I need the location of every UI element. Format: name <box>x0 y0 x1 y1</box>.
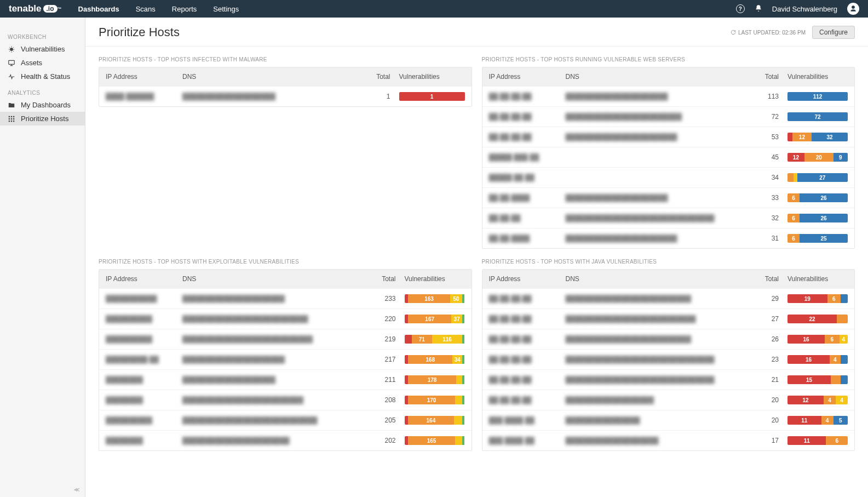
vuln-bar: 626 <box>787 214 848 222</box>
help-icon[interactable]: ? <box>736 4 745 13</box>
table-row[interactable]: ██.██.██.██████████████████████████████2… <box>482 309 855 329</box>
cell-vuln: 625 <box>787 234 848 243</box>
table-row[interactable]: ██.██.██.█████████████████████201244 <box>482 390 855 410</box>
table-row[interactable]: ██.██.██████████████████████████████████… <box>482 208 855 228</box>
folder-icon <box>8 101 15 109</box>
table-row[interactable]: █████████████████████████████████2331635… <box>99 288 472 309</box>
panel: PRIORITIZE HOSTS - TOP HOSTS WITH EXPLOI… <box>99 259 472 451</box>
cell-ip: ██.██.██.██ <box>489 93 566 100</box>
sidebar-item-health-status[interactable]: Health & Status <box>0 70 85 83</box>
table-row[interactable]: ██.██.██.███████████████████████████7272 <box>482 106 855 127</box>
cell-total: 26 <box>755 335 787 343</box>
panel-title: PRIORITIZE HOSTS - TOP HOSTS RUNNING VUL… <box>482 56 855 62</box>
cell-ip: ██████████ <box>106 315 182 323</box>
svg-rect-9 <box>11 120 12 121</box>
vuln-segment <box>837 315 848 323</box>
cell-ip: ███████████ <box>106 295 182 302</box>
cell-vuln: 626 <box>787 193 848 202</box>
table-row[interactable]: ████████████████████████████211178 <box>99 369 472 390</box>
cell-vuln: 178 <box>405 375 465 384</box>
vuln-segment: 6 <box>787 234 800 243</box>
table-row[interactable]: ██.██.██.███████████████████████████████… <box>482 369 855 390</box>
table-header: IP AddressDNSTotalVulnerabilities <box>482 270 855 288</box>
cell-vuln: 196 <box>787 294 848 303</box>
nav-reports[interactable]: Reports <box>172 5 197 13</box>
sidebar-item-my-dashboards[interactable]: My Dashboards <box>0 98 85 112</box>
table-row[interactable]: ██.██.██.█████████████████████████████26… <box>482 329 855 349</box>
table: IP AddressDNSTotalVulnerabilities███████… <box>99 269 472 451</box>
table-row[interactable]: █████████████████████████████████████220… <box>99 309 472 329</box>
cell-vuln: 16737 <box>405 315 465 323</box>
cell-total: 219 <box>372 335 405 343</box>
vuln-segment: 72 <box>787 112 848 121</box>
table-header: IP AddressDNSTotalVulnerabilities <box>99 67 472 86</box>
topbar: tenable.io™ Dashboards Scans Reports Set… <box>0 0 868 18</box>
sidebar-item-label: Health & Status <box>21 72 70 81</box>
vuln-segment <box>405 436 409 445</box>
table-row[interactable]: ███ ████ ██████████████████████17116 <box>482 430 855 450</box>
cell-vuln: 170 <box>405 396 465 404</box>
table-row[interactable]: ██.██.██████████████████████████33626 <box>482 187 855 208</box>
logo[interactable]: tenable.io™ <box>9 3 62 14</box>
vuln-bar: 164 <box>405 416 465 425</box>
vuln-segment: 164 <box>408 416 454 425</box>
cell-total: 217 <box>372 356 405 363</box>
nav-settings[interactable]: Settings <box>213 5 239 13</box>
cell-dns: ████████████████████████████████ <box>566 356 755 363</box>
username[interactable]: David Schwalenberg <box>772 5 837 13</box>
cell-ip: ██.██.████ <box>489 194 566 202</box>
notifications-icon[interactable] <box>755 4 762 14</box>
vuln-segment: 6 <box>827 294 841 303</box>
nav-dashboards[interactable]: Dashboards <box>78 5 119 13</box>
avatar-icon[interactable] <box>847 3 859 15</box>
cell-vuln: 12209 <box>787 153 848 162</box>
vuln-bar: 178 <box>405 375 465 384</box>
table-row[interactable]: ██.██.████████████████████████████31625 <box>482 228 855 248</box>
table-row[interactable]: ██████████████████████████████████208170 <box>99 390 472 410</box>
vuln-segment: 170 <box>408 396 455 404</box>
sidebar-item-label: My Dashboards <box>21 101 71 109</box>
table-row[interactable]: ███████████████████████████████202165 <box>99 430 472 450</box>
svg-rect-3 <box>11 116 12 117</box>
last-updated: LAST UPDATED: 02:36 PM <box>731 30 806 36</box>
table-row[interactable]: █████ ███ ██4512209 <box>482 147 855 167</box>
table-row[interactable]: ███ ████ ██████████████████201145 <box>482 410 855 430</box>
cell-dns: ███████████████████ <box>566 396 755 404</box>
sidebar-item-vulnerabilities[interactable]: Vulnerabilities <box>0 42 85 56</box>
vuln-segment <box>841 294 848 303</box>
vuln-segment: 6 <box>825 335 839 344</box>
panel: PRIORITIZE HOSTS - TOP HOSTS WITH JAVA V… <box>482 259 855 451</box>
sidebar-item-label: Prioritize Hosts <box>21 115 68 123</box>
configure-button[interactable]: Configure <box>812 26 855 39</box>
col-total: Total <box>372 275 405 283</box>
table-row[interactable]: █████ ██ ██3427 <box>482 167 855 187</box>
vuln-segment: 4 <box>836 396 848 404</box>
vuln-segment <box>405 315 409 323</box>
nav-scans[interactable]: Scans <box>136 5 156 13</box>
table-row[interactable]: █████████ ████████████████████████217168… <box>99 349 472 369</box>
vuln-segment: 9 <box>833 153 848 162</box>
collapse-sidebar-icon[interactable]: ≪ <box>74 487 79 493</box>
table-row[interactable]: ███████████████████████████████████████2… <box>99 410 472 430</box>
main-content: Prioritize Hosts LAST UPDATED: 02:36 PM … <box>85 18 868 497</box>
table-row[interactable]: ██.██.██.█████████████████████████████29… <box>482 288 855 309</box>
cell-total: 205 <box>372 416 405 424</box>
vuln-segment: 4 <box>840 335 848 344</box>
table-row[interactable]: ██.██.██.████████████████████████113112 <box>482 86 855 106</box>
cell-ip: ██.██.██.██ <box>489 396 566 404</box>
sidebar-item-prioritize-hosts[interactable]: Prioritize Hosts <box>0 112 85 125</box>
sidebar-item-assets[interactable]: Assets <box>0 56 85 70</box>
pulse-icon <box>8 73 15 81</box>
table-row[interactable]: ██.██.██.███████████████████████████████… <box>482 349 855 369</box>
sidebar-item-label: Assets <box>21 59 42 67</box>
sidebar-item-label: Vulnerabilities <box>21 45 65 53</box>
table-row[interactable]: ██████████████████████████████████████21… <box>99 329 472 349</box>
table-header: IP AddressDNSTotalVulnerabilities <box>482 67 855 86</box>
vuln-segment: 26 <box>800 214 848 222</box>
cell-total: 208 <box>372 396 405 404</box>
table-row[interactable]: ██.██.██.██████████████████████████53123… <box>482 127 855 147</box>
table-row[interactable]: ████ ██████████████████████████11 <box>99 86 472 106</box>
vuln-segment <box>787 173 794 182</box>
cell-ip: ████ ██████ <box>106 93 182 100</box>
col-dns: DNS <box>182 275 372 283</box>
